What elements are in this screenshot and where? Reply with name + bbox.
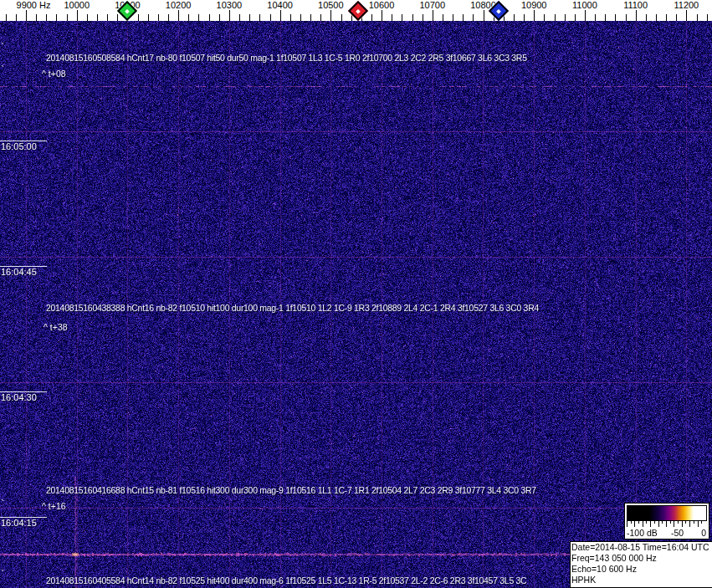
ruler-label: 10000 [64, 0, 90, 10]
color-scale-ticks [627, 520, 705, 527]
ruler-tick [46, 14, 47, 21]
ruler-tick [686, 10, 687, 21]
ruler-tick [300, 14, 301, 21]
legend-label-max: 0 [701, 529, 706, 538]
ruler-tick [514, 14, 515, 21]
ruler-tick [6, 14, 7, 21]
color-scale-gradient[interactable] [627, 505, 707, 521]
ruler-tick [575, 14, 576, 21]
ruler-tick [320, 14, 321, 21]
ruler-tick [26, 10, 27, 21]
ruler-tick [463, 14, 464, 21]
ruler-tick [484, 10, 484, 21]
ruler-label: 9900 Hz [17, 0, 51, 10]
ruler-tick [138, 14, 139, 21]
ruler-tick [148, 14, 149, 21]
ruler-tick [341, 14, 342, 21]
waterfall-canvas[interactable] [0, 21, 712, 588]
frequency-ruler[interactable]: 9900 Hz100001010010200103001040010500106… [0, 0, 712, 21]
info-date-time: Date=2014-08-15 Time=16:04 UTC [571, 542, 712, 553]
ruler-label: 10900 [521, 0, 547, 10]
ruler-tick [605, 14, 606, 21]
ruler-tick [178, 10, 179, 21]
ruler-tick [676, 14, 677, 21]
ruler-tick [626, 14, 627, 21]
ruler-tick [290, 14, 291, 21]
ruler-tick [198, 14, 199, 21]
ruler-tick [666, 14, 667, 21]
ruler-tick [16, 14, 17, 21]
ruler-tick [239, 14, 240, 21]
marker-center-dot [356, 8, 361, 13]
ruler-tick [524, 14, 525, 21]
ruler-tick [555, 14, 556, 21]
ruler-tick [433, 10, 433, 21]
info-station-id: HPHK [571, 575, 712, 585]
ruler-tick [595, 14, 596, 21]
ruler-tick [87, 14, 88, 21]
ruler-label: 11000 [572, 0, 597, 10]
ruler-label: 10500 [318, 0, 344, 10]
ruler-tick [636, 10, 637, 21]
ruler-label: 10600 [369, 0, 395, 10]
info-frequency: Freq=143 050 000 Hz [571, 553, 712, 564]
ruler-tick [382, 10, 382, 21]
ruler-tick [402, 14, 402, 21]
marker-center-dot [496, 8, 501, 13]
ruler-tick [209, 14, 210, 21]
ruler-tick [615, 14, 616, 21]
ruler-tick [646, 14, 647, 21]
ruler-label: 10300 [217, 0, 243, 10]
info-echo: Echo=10 600 Hz [571, 564, 712, 575]
ruler-label: 11100 [623, 0, 648, 10]
ruler-tick [280, 10, 281, 21]
ruler-tick [310, 14, 311, 21]
ruler-tick [534, 10, 535, 21]
ruler-tick [412, 14, 413, 21]
ruler-tick [453, 14, 453, 21]
legend-label-min: -100 dB [627, 529, 658, 538]
ruler-tick [158, 14, 159, 21]
ruler-tick [330, 10, 331, 21]
ruler-tick [56, 14, 57, 21]
spectrum-lab-window: 9900 Hz100001010010200103001040010500106… [0, 0, 712, 588]
ruler-tick [473, 14, 474, 21]
ruler-tick [77, 10, 78, 21]
ruler-tick [565, 14, 566, 21]
ruler-tick [270, 14, 271, 21]
ruler-tick [443, 14, 443, 21]
ruler-label: 10200 [166, 0, 192, 10]
ruler-tick [544, 14, 545, 21]
ruler-tick [107, 14, 108, 21]
ruler-tick [656, 14, 657, 21]
color-scale-legend: -100 dB -50 0 [624, 503, 709, 539]
ruler-tick [392, 14, 392, 21]
ruler-tick [707, 14, 708, 21]
ruler-tick [423, 14, 423, 21]
ruler-tick [36, 14, 37, 21]
ruler-tick [117, 14, 118, 21]
ruler-tick [168, 14, 169, 21]
ruler-tick [249, 14, 250, 21]
ruler-tick [219, 14, 220, 21]
ruler-tick [697, 14, 698, 21]
ruler-label: 11200 [674, 0, 699, 10]
ruler-label: 10700 [419, 0, 445, 10]
marker-center-dot [125, 8, 130, 13]
ruler-tick [585, 10, 586, 21]
ruler-tick [229, 10, 230, 21]
ruler-tick [97, 14, 98, 21]
ruler-label: 10400 [267, 0, 293, 10]
ruler-tick [188, 14, 189, 21]
ruler-tick [259, 14, 260, 21]
info-box: Date=2014-08-15 Time=16:04 UTC Freq=143 … [570, 541, 712, 588]
ruler-tick [67, 14, 68, 21]
legend-label-mid: -50 [671, 529, 684, 538]
ruler-tick [371, 14, 372, 21]
